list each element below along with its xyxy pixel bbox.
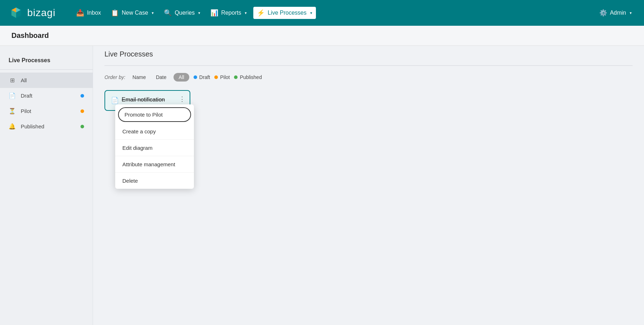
nav-new-case[interactable]: 📋 New Case ▾ (107, 7, 157, 19)
pilot-status-dot (214, 75, 218, 79)
reports-arrow: ▾ (245, 11, 247, 15)
main-layout: Live Processes ⊞ All 📄 Draft ⏳ Pilot 🔔 P… (0, 26, 644, 325)
sidebar-item-pilot[interactable]: ⏳ Pilot (0, 103, 93, 119)
draft-icon: 📄 (9, 92, 16, 99)
published-icon: 🔔 (9, 123, 16, 130)
sidebar-item-all[interactable]: ⊞ All (0, 73, 93, 88)
admin-icon: ⚙️ (599, 9, 607, 17)
queries-icon: 🔍 (164, 9, 172, 17)
process-card-menu-icon[interactable]: ⋮ (179, 95, 185, 103)
draft-status-dot (194, 75, 197, 79)
pilot-dot (80, 109, 84, 113)
filter-bar: Order by: Name Date All Draft Pilot Publ… (104, 73, 633, 82)
published-status-dot (234, 75, 238, 79)
sidebar-label-all: All (21, 77, 84, 83)
context-menu-dropdown: Promote to Pilot Create a copy Edit diag… (115, 104, 194, 189)
reports-icon: 📊 (210, 9, 218, 17)
header: bizagi 📥 Inbox 📋 New Case ▾ 🔍 Queries ▾ … (0, 0, 644, 26)
context-menu-delete[interactable]: Delete (115, 173, 194, 189)
nav-live-processes[interactable]: ⚡ Live Processes ▾ (253, 7, 316, 19)
live-processes-arrow: ▾ (310, 11, 312, 15)
filter-all[interactable]: All (174, 73, 189, 82)
logo-text: bizagi (27, 7, 55, 19)
context-menu-edit-diagram[interactable]: Edit diagram (115, 140, 194, 156)
sidebar-item-draft[interactable]: 📄 Draft (0, 88, 93, 103)
filter-draft[interactable]: Draft (194, 74, 210, 80)
process-card-header: 📄 Email notification (111, 97, 184, 104)
queries-arrow: ▾ (198, 11, 200, 15)
nav-reports[interactable]: 📊 Reports ▾ (207, 7, 250, 19)
process-card-file-icon: 📄 (111, 97, 119, 104)
new-case-arrow: ▾ (152, 11, 154, 15)
nav-inbox[interactable]: 📥 Inbox (73, 7, 104, 19)
sidebar-label-pilot: Pilot (21, 108, 75, 114)
filter-pilot[interactable]: Pilot (214, 74, 230, 80)
process-card-title: Email notification (122, 97, 184, 103)
sidebar-item-published[interactable]: 🔔 Published (0, 119, 93, 134)
draft-dot (80, 94, 84, 98)
page-title-bar: Dashboard (0, 26, 644, 46)
content-title: Live Processes (104, 50, 633, 58)
sidebar-divider (0, 69, 93, 70)
new-case-icon: 📋 (111, 9, 119, 17)
sidebar: Live Processes ⊞ All 📄 Draft ⏳ Pilot 🔔 P… (0, 26, 93, 325)
content-area: Live Processes Order by: Name Date All D… (93, 26, 644, 325)
inbox-icon: 📥 (76, 9, 84, 17)
sidebar-title: Live Processes (0, 50, 93, 69)
card-container: 📄 Email notification ⋮ Promote to Pilot … (104, 90, 633, 111)
logo[interactable]: bizagi (9, 5, 55, 20)
filter-name[interactable]: Name (130, 73, 148, 82)
admin-arrow: ▾ (630, 11, 632, 15)
live-processes-icon: ⚡ (257, 9, 265, 17)
all-icon: ⊞ (9, 77, 16, 84)
filter-date[interactable]: Date (153, 73, 170, 82)
nav-queries[interactable]: 🔍 Queries ▾ (160, 7, 204, 19)
context-menu-attribute-management[interactable]: Attribute management (115, 156, 194, 173)
context-menu: Promote to Pilot Create a copy Edit diag… (115, 104, 194, 189)
context-menu-promote-to-pilot[interactable]: Promote to Pilot (118, 107, 191, 122)
order-by-label: Order by: (104, 74, 125, 80)
sidebar-label-draft: Draft (21, 93, 75, 99)
page-title: Dashboard (11, 31, 49, 39)
context-menu-create-copy[interactable]: Create a copy (115, 123, 194, 140)
filter-published[interactable]: Published (234, 74, 262, 80)
published-dot (80, 125, 84, 128)
main-nav: 📥 Inbox 📋 New Case ▾ 🔍 Queries ▾ 📊 Repor… (73, 7, 635, 19)
pilot-icon: ⏳ (9, 108, 16, 114)
content-divider (104, 65, 633, 66)
nav-admin[interactable]: ⚙️ Admin ▾ (596, 7, 635, 19)
bizagi-logo-icon (9, 5, 24, 20)
sidebar-label-published: Published (21, 123, 75, 129)
